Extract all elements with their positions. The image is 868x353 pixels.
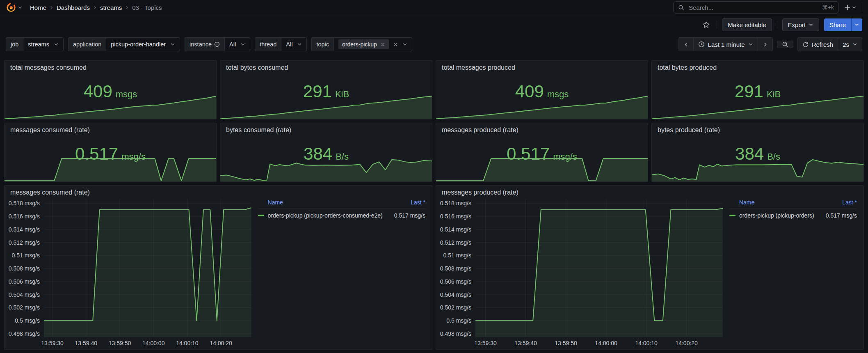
- panel-title[interactable]: bytes produced (rate): [652, 123, 863, 134]
- panel-title[interactable]: bytes consumed (rate): [220, 123, 432, 134]
- share-options-button[interactable]: [851, 18, 862, 31]
- legend: Name Last * orders-pickup (pickup-orders…: [723, 199, 860, 219]
- series-color-marker: [729, 215, 736, 216]
- messages-produced-rate-chart: 0.518 msg/s0.516 msg/s0.514 msg/s0.512 m…: [438, 199, 723, 348]
- filter-topic: topic orders-pickup: [311, 37, 412, 51]
- filter-topic-chip[interactable]: orders-pickup: [338, 39, 389, 49]
- panel-title[interactable]: messages consumed (rate): [5, 123, 216, 134]
- make-editable-button[interactable]: Make editable: [722, 18, 772, 31]
- x-axis-labels: 13:59:3013:59:4013:59:5014:00:0014:00:10…: [475, 337, 723, 348]
- star-icon: [702, 21, 710, 29]
- share-split-button: Share: [824, 18, 862, 31]
- filter-application-label: application: [68, 37, 106, 51]
- navbar-divider: [862, 3, 862, 12]
- legend-last-header[interactable]: Last *: [826, 199, 857, 206]
- time-range-label: Last 1 minute: [708, 41, 745, 48]
- plot-area[interactable]: [44, 199, 251, 337]
- panel-title[interactable]: total messages consumed: [5, 61, 216, 71]
- filter-job-value: streams: [28, 41, 49, 48]
- filter-topic-label: topic: [311, 37, 333, 51]
- chevron-left-icon: [683, 42, 689, 47]
- panel-title[interactable]: messages produced (rate): [436, 186, 863, 196]
- refresh-icon: [802, 41, 809, 48]
- time-shift-forward-button[interactable]: [758, 37, 773, 51]
- filter-instance: instance All: [185, 37, 250, 51]
- search-box[interactable]: ⌘+k: [673, 1, 839, 14]
- close-icon: [393, 42, 398, 47]
- clear-filter-button[interactable]: [393, 42, 398, 47]
- share-button[interactable]: Share: [824, 18, 851, 31]
- remove-chip-icon[interactable]: [381, 42, 385, 47]
- panel-total-messages-produced: total messages produced 409msgs: [436, 60, 648, 119]
- series-name[interactable]: orders-pickup (pickup-orders): [739, 212, 814, 219]
- panel-messages-produced-rate-timeseries: messages produced (rate) 0.518 msg/s0.51…: [436, 185, 864, 350]
- plot-area[interactable]: [475, 199, 723, 337]
- refresh-interval-picker[interactable]: 2s: [838, 37, 862, 51]
- breadcrumb-dashboards[interactable]: Dashboards: [57, 4, 90, 11]
- time-shift-back-button[interactable]: [678, 37, 694, 51]
- panel-messages-consumed-rate: messages consumed (rate) 0.517msg/s: [4, 123, 217, 182]
- filter-job: job streams: [6, 37, 64, 51]
- time-range-picker[interactable]: Last 1 minute: [694, 37, 758, 51]
- stat-value: 291KiB: [220, 82, 432, 101]
- breadcrumb-home[interactable]: Home: [30, 4, 46, 11]
- time-controls: Last 1 minute: [678, 37, 862, 51]
- series-name[interactable]: orders-pickup (pickup-orders-consumed-e2…: [268, 212, 383, 219]
- panel-title[interactable]: messages produced (rate): [436, 123, 648, 134]
- y-axis-labels: 0.518 msg/s0.516 msg/s0.514 msg/s0.512 m…: [438, 199, 475, 337]
- stat-value: 0.517msg/s: [436, 144, 648, 164]
- info-circle-icon[interactable]: [214, 41, 220, 47]
- filter-instance-value: All: [229, 41, 236, 48]
- search-input[interactable]: [688, 4, 818, 11]
- filter-thread-value: All: [286, 41, 292, 48]
- stat-value: 384B/s: [220, 144, 432, 164]
- refresh-interval-value: 2s: [843, 41, 849, 48]
- panel-title[interactable]: total bytes produced: [652, 61, 863, 71]
- chevron-down-icon: [240, 42, 245, 47]
- filter-job-value-dropdown[interactable]: streams: [23, 37, 64, 51]
- totals-row: total messages consumed 409msgs total by…: [4, 60, 864, 119]
- refresh-button[interactable]: Refresh: [797, 37, 838, 51]
- zoom-out-time-button[interactable]: [777, 41, 793, 48]
- search-shortcut-hint: ⌘+k: [822, 4, 834, 11]
- x-axis-labels: 13:59:3013:59:4013:59:5014:00:0014:00:10…: [44, 337, 251, 348]
- legend-last-header[interactable]: Last *: [394, 199, 425, 206]
- filter-application-value-dropdown[interactable]: pickup-order-handler: [106, 37, 180, 51]
- panel-total-bytes-consumed: total bytes consumed 291KiB: [220, 60, 432, 119]
- filter-thread-value-dropdown[interactable]: All: [281, 37, 307, 51]
- export-button[interactable]: Export: [782, 18, 819, 31]
- chevron-down-icon: [54, 42, 59, 47]
- panel-title[interactable]: total bytes consumed: [220, 61, 432, 71]
- breadcrumb-streams-folder[interactable]: streams: [100, 4, 122, 11]
- clock-icon: [698, 41, 705, 48]
- stat-value: 384B/s: [652, 144, 863, 164]
- legend-name-header[interactable]: Name: [739, 199, 754, 206]
- legend-row: orders-pickup (pickup-orders-consumed-e2…: [258, 209, 425, 219]
- panel-bytes-consumed-rate: bytes consumed (rate) 384B/s: [220, 123, 432, 182]
- panel-title[interactable]: messages consumed (rate): [5, 186, 432, 196]
- filter-thread: thread All: [255, 37, 307, 51]
- grafana-logo-button[interactable]: [6, 2, 23, 13]
- filter-topic-value-dropdown[interactable]: orders-pickup: [333, 37, 412, 51]
- chevron-down-icon: [809, 22, 813, 27]
- chevron-down-icon: [854, 22, 859, 27]
- legend-name-header[interactable]: Name: [268, 199, 283, 206]
- legend-header: Name Last *: [258, 199, 425, 209]
- grafana-logo-icon: [6, 2, 16, 13]
- panel-bytes-produced-rate: bytes produced (rate) 384B/s: [651, 123, 864, 182]
- filter-bar: job streams application pickup-order-han…: [0, 34, 868, 56]
- filter-thread-label: thread: [255, 37, 281, 51]
- dashboard-toolbar: Make editable Export Share: [0, 15, 868, 34]
- favorite-star-button[interactable]: [701, 19, 712, 30]
- new-button[interactable]: [842, 2, 859, 12]
- stat-value: 409msgs: [5, 82, 216, 101]
- breadcrumb-current-dashboard: 03 - Topics: [132, 4, 162, 11]
- filter-instance-value-dropdown[interactable]: All: [224, 37, 250, 51]
- chevron-right-icon: [125, 5, 129, 10]
- panel-title[interactable]: total messages produced: [436, 61, 648, 71]
- chevron-down-icon: [170, 42, 175, 47]
- chevron-right-icon: [93, 5, 97, 10]
- chevron-right-icon: [49, 5, 54, 10]
- panel-messages-produced-rate: messages produced (rate) 0.517msg/s: [436, 123, 648, 182]
- legend: Name Last * orders-pickup (pickup-orders…: [251, 199, 429, 219]
